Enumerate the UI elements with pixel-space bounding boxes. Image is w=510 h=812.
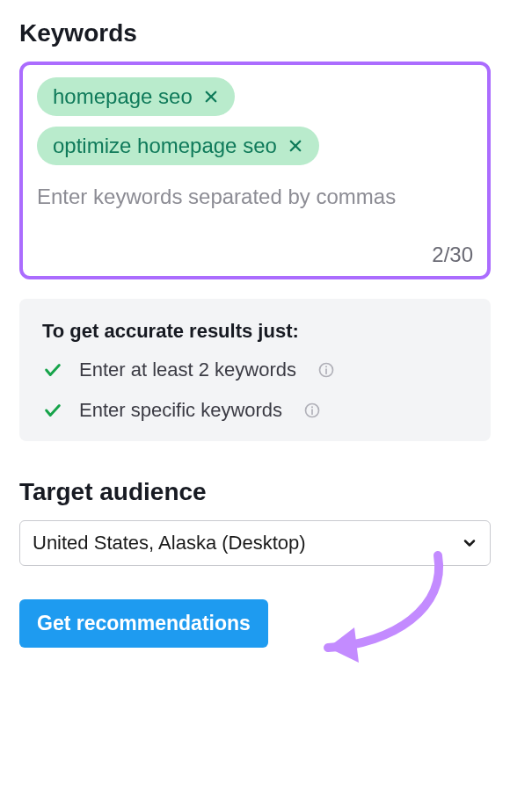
keywords-input-box[interactable]: homepage seo optimize homepage seo 2/30 bbox=[19, 62, 491, 279]
check-icon bbox=[42, 400, 63, 421]
target-audience-value: United States, Alaska (Desktop) bbox=[33, 532, 306, 555]
close-icon[interactable] bbox=[286, 136, 305, 156]
target-audience-heading: Target audience bbox=[19, 478, 491, 506]
get-recommendations-button[interactable]: Get recommendations bbox=[19, 599, 268, 648]
keyword-tag-label: optimize homepage seo bbox=[53, 134, 277, 158]
check-icon bbox=[42, 359, 63, 381]
svg-point-9 bbox=[311, 406, 313, 408]
svg-point-6 bbox=[325, 366, 327, 367]
tip-item: Enter specific keywords bbox=[42, 399, 468, 422]
tip-item: Enter at least 2 keywords bbox=[42, 359, 468, 381]
keywords-heading: Keywords bbox=[19, 19, 491, 47]
tip-text: Enter at least 2 keywords bbox=[79, 359, 296, 381]
keyword-tags: homepage seo optimize homepage seo bbox=[37, 77, 473, 165]
keyword-tag-label: homepage seo bbox=[53, 84, 193, 109]
keyword-tag: optimize homepage seo bbox=[37, 127, 319, 165]
keyword-tag: homepage seo bbox=[37, 77, 235, 116]
tips-panel: To get accurate results just: Enter at l… bbox=[19, 299, 491, 441]
target-audience-select[interactable]: United States, Alaska (Desktop) bbox=[19, 520, 491, 566]
tips-heading: To get accurate results just: bbox=[42, 320, 468, 343]
info-icon[interactable] bbox=[303, 402, 321, 419]
keywords-text-input[interactable] bbox=[37, 181, 473, 216]
close-icon[interactable] bbox=[201, 87, 221, 106]
info-icon[interactable] bbox=[317, 361, 335, 379]
tip-text: Enter specific keywords bbox=[79, 399, 282, 422]
keywords-counter: 2/30 bbox=[37, 216, 473, 267]
